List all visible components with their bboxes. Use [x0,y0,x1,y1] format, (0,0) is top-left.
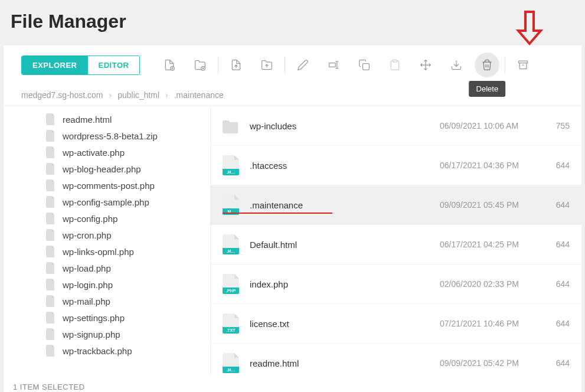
breadcrumb-item[interactable]: medged7.sg-host.com [21,90,103,100]
upload-file-button[interactable] [221,53,251,77]
view-tabs: EXPLORER EDITOR [21,55,140,75]
svg-rect-5 [519,61,528,63]
sidebar-item[interactable]: wp-links-opml.php [4,243,210,260]
breadcrumb-item[interactable]: public_html [117,90,159,100]
sidebar-item[interactable]: wp-load.php [4,260,210,276]
sidebar-item[interactable]: wp-settings.php [4,309,210,326]
chevron-right-icon: › [109,90,112,100]
page-title: File Manager [0,0,585,43]
file-date: 06/09/2021 10:06 AM [440,121,540,130]
delete-button[interactable]: Delete [475,53,499,77]
sidebar-item-label: wp-config.php [63,214,117,224]
sidebar-item[interactable]: wp-login.php [4,276,210,293]
sidebar-item-label: readme.html [63,115,112,125]
sidebar-item-label: wp-cron.php [63,230,112,240]
sidebar-item[interactable]: wp-cron.php [4,227,210,243]
file-row[interactable]: .M….maintenance09/09/2021 05:45 PM644 [211,185,581,225]
annotation-arrow [515,9,544,46]
sidebar-item-label: wp-blog-header.php [63,164,141,174]
file-date: 02/06/2020 02:33 PM [440,279,540,289]
new-file-button[interactable] [154,53,185,77]
edit-button[interactable] [287,53,318,77]
sidebar-item[interactable]: wp-trackback.php [4,342,210,359]
file-date: 06/17/2021 04:36 PM [440,161,540,170]
svg-rect-3 [363,64,370,70]
sidebar-item-label: wp-activate.php [63,148,125,158]
status-bar: 1 ITEM SELECTED [4,375,581,392]
file-date: 06/17/2021 04:25 PM [440,240,540,249]
file-name: Default.html [250,240,440,250]
sidebar-tree: readme.htmlwordpress-5.8-beta1.zipwp-act… [4,106,210,375]
tab-editor[interactable]: EDITOR [88,56,140,74]
sidebar-item-label: wp-trackback.php [63,346,132,356]
sidebar-item[interactable]: wp-blog-header.php [4,161,210,177]
sidebar-item-label: wp-load.php [63,263,111,273]
svg-rect-4 [393,60,397,62]
copy-button[interactable] [349,53,380,77]
file-name: .maintenance [250,200,440,210]
sidebar-item-label: wp-config-sample.php [63,197,149,207]
new-folder-button[interactable] [185,53,215,77]
file-permissions: 644 [540,240,570,249]
file-name: wp-includes [250,121,440,131]
svg-rect-2 [329,63,336,67]
sidebar-item-label: wp-login.php [63,280,113,290]
file-date: 07/21/2021 10:46 PM [440,319,540,328]
archive-button[interactable] [508,53,538,77]
file-row[interactable]: .H…readme.html09/09/2021 05:42 PM644 [211,344,581,375]
delete-tooltip: Delete [469,81,506,97]
sidebar-item[interactable]: wp-activate.php [4,144,210,161]
sidebar-item-label: wp-settings.php [63,313,125,323]
chevron-right-icon: › [165,90,168,100]
selection-underline [223,213,332,214]
sidebar-item-label: wp-links-opml.php [63,247,134,257]
file-name: license.txt [250,319,440,329]
sidebar-item-label: wordpress-5.8-beta1.zip [63,131,158,141]
file-name: readme.html [250,358,440,368]
tab-explorer[interactable]: EXPLORER [22,56,88,74]
file-permissions: 644 [540,279,570,289]
file-name: .htaccess [250,161,440,171]
sidebar-item[interactable]: wp-mail.php [4,293,210,309]
file-date: 09/09/2021 05:42 PM [440,358,540,368]
rename-button[interactable] [318,53,349,77]
upload-folder-button[interactable] [251,53,282,77]
file-name: index.php [250,279,440,289]
breadcrumb-item[interactable]: .maintenance [174,90,224,100]
file-row[interactable]: .H…Default.html06/17/2021 04:25 PM644 [211,225,581,264]
paste-button[interactable] [380,53,410,77]
sidebar-item-label: wp-signup.php [63,329,120,339]
toolbar: EXPLORER EDITOR [4,45,581,84]
file-permissions: 755 [540,121,570,130]
file-list: wp-includes06/09/2021 10:06 AM755.H….hta… [210,106,581,375]
main-panel: EXPLORER EDITOR [4,45,581,392]
download-button[interactable] [441,53,472,77]
file-date: 09/09/2021 05:45 PM [440,200,540,210]
sidebar-item[interactable]: wordpress-5.8-beta1.zip [4,128,210,144]
file-row[interactable]: .PHPindex.php02/06/2020 02:33 PM644 [211,264,581,304]
file-permissions: 644 [540,319,570,328]
file-permissions: 644 [540,161,570,170]
sidebar-item[interactable]: wp-config-sample.php [4,194,210,210]
file-row[interactable]: wp-includes06/09/2021 10:06 AM755 [211,106,581,146]
file-permissions: 644 [540,358,570,368]
sidebar-item[interactable]: wp-signup.php [4,326,210,342]
sidebar-item-label: wp-comments-post.php [63,181,155,191]
file-permissions: 644 [540,200,570,210]
sidebar-item[interactable]: readme.html [4,111,210,128]
move-button[interactable] [410,53,441,77]
sidebar-item-label: wp-mail.php [63,296,110,306]
sidebar-item[interactable]: wp-comments-post.php [4,177,210,194]
sidebar-item[interactable]: wp-config.php [4,210,210,227]
file-row[interactable]: .H….htaccess06/17/2021 04:36 PM644 [211,146,581,185]
file-row[interactable]: .TXTlicense.txt07/21/2021 10:46 PM644 [211,304,581,344]
